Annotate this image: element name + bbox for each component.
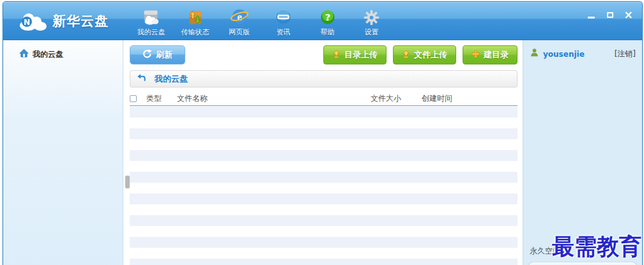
table-row[interactable]: [130, 226, 518, 237]
svg-text:N: N: [24, 18, 30, 27]
toolbar-label: 网页版: [229, 27, 250, 37]
toolbar-item-web-version[interactable]: e 网页版: [217, 5, 261, 37]
upload-icon: [402, 50, 410, 61]
app-window: N 新华云盘 我的云盘: [3, 1, 643, 265]
back-icon[interactable]: [137, 73, 146, 85]
close-icon: ×: [624, 10, 632, 20]
table-row[interactable]: [130, 259, 518, 265]
minimize-icon: [588, 17, 595, 19]
toolbar-label: 资讯: [277, 27, 291, 37]
toolbar-item-help[interactable]: ? 帮助: [305, 5, 349, 37]
directory-upload-button[interactable]: 目录上传: [323, 45, 387, 64]
app-title: 新华云盘: [52, 12, 109, 30]
table-row[interactable]: [130, 183, 518, 193]
user-panel: yousenjie [注销] 永久空间: [523, 40, 642, 265]
toolbar-label: 传输状态: [181, 27, 210, 37]
user-icon: [530, 48, 539, 60]
close-button[interactable]: ×: [624, 10, 633, 20]
column-header-filename[interactable]: 文件名称: [177, 93, 371, 104]
news-icon: [274, 5, 293, 26]
logo-cloud-icon: N: [16, 11, 49, 31]
action-bar: 刷新 目录上传: [130, 45, 518, 64]
toolbar-item-my-drive[interactable]: 我的云盘: [129, 5, 173, 37]
toolbar-item-settings[interactable]: 设置: [349, 5, 394, 37]
breadcrumb-current[interactable]: 我的云盘: [155, 73, 188, 85]
sidebar-item-label: 我的云盘: [33, 49, 63, 60]
table-row[interactable]: [130, 117, 518, 128]
my-drive-icon: [142, 5, 160, 26]
table-row[interactable]: [130, 107, 518, 117]
table-row[interactable]: [130, 237, 518, 248]
sidebar-item-my-drive[interactable]: 我的云盘: [3, 49, 123, 60]
create-directory-button[interactable]: 建目录: [463, 45, 518, 64]
table-row[interactable]: [130, 248, 518, 259]
toolbar-label: 帮助: [321, 27, 335, 37]
settings-icon: [363, 5, 380, 26]
table-row[interactable]: [130, 150, 518, 161]
logout-link[interactable]: [注销]: [615, 49, 636, 59]
username[interactable]: yousenjie: [543, 50, 615, 59]
user-row: yousenjie [注销]: [530, 48, 636, 60]
space-progress-bar: [528, 262, 637, 265]
svg-text:?: ?: [325, 11, 330, 23]
web-version-icon: e: [230, 5, 249, 26]
app-logo: N 新华云盘: [16, 11, 109, 31]
toolbar-label: 设置: [365, 27, 379, 37]
table-row[interactable]: [130, 128, 518, 139]
maximize-icon: [607, 12, 613, 18]
file-table-header: 类型 文件名称 文件大小 创建时间: [130, 91, 518, 106]
table-row[interactable]: [130, 193, 518, 204]
column-header-created[interactable]: 创建时间: [422, 93, 518, 104]
help-icon: ?: [319, 5, 337, 26]
maximize-button[interactable]: [605, 10, 615, 20]
toolbar-item-news[interactable]: 资讯: [261, 5, 305, 37]
table-row[interactable]: [130, 204, 518, 215]
button-label: 目录上传: [344, 49, 378, 61]
button-label: 建目录: [484, 49, 509, 61]
breadcrumb: 我的云盘: [130, 70, 518, 87]
minimize-button[interactable]: [586, 10, 596, 20]
toolbar-item-transfer-status[interactable]: 传输状态: [173, 5, 217, 37]
refresh-button[interactable]: 刷新: [130, 45, 185, 64]
transfer-status-icon: [187, 5, 204, 26]
table-row[interactable]: [130, 139, 518, 150]
button-label: 文件上传: [414, 49, 447, 61]
plus-icon: [471, 50, 480, 60]
select-all-checkbox[interactable]: [130, 95, 137, 102]
column-header-type[interactable]: 类型: [146, 93, 177, 104]
file-table-body: [130, 107, 518, 265]
table-row[interactable]: [130, 161, 518, 172]
titlebar: N 新华云盘 我的云盘: [3, 2, 642, 40]
file-upload-button[interactable]: 文件上传: [393, 45, 456, 64]
main-panel: 刷新 目录上传: [123, 40, 523, 265]
toolbar-label: 我的云盘: [137, 27, 165, 37]
table-row[interactable]: [130, 172, 518, 183]
home-icon: [19, 49, 29, 60]
splitter-handle[interactable]: [125, 176, 130, 188]
column-header-filesize[interactable]: 文件大小: [371, 93, 422, 104]
refresh-label: 刷新: [156, 49, 172, 61]
permanent-space-label: 永久空间: [530, 246, 560, 257]
sidebar: 我的云盘: [3, 40, 123, 265]
content-area: 我的云盘 刷新: [3, 40, 642, 265]
refresh-icon: [142, 49, 152, 61]
main-toolbar: 我的云盘 传输状态 e: [129, 5, 394, 37]
table-row[interactable]: [130, 215, 518, 226]
window-controls: ×: [586, 10, 633, 20]
upload-icon: [332, 50, 341, 61]
